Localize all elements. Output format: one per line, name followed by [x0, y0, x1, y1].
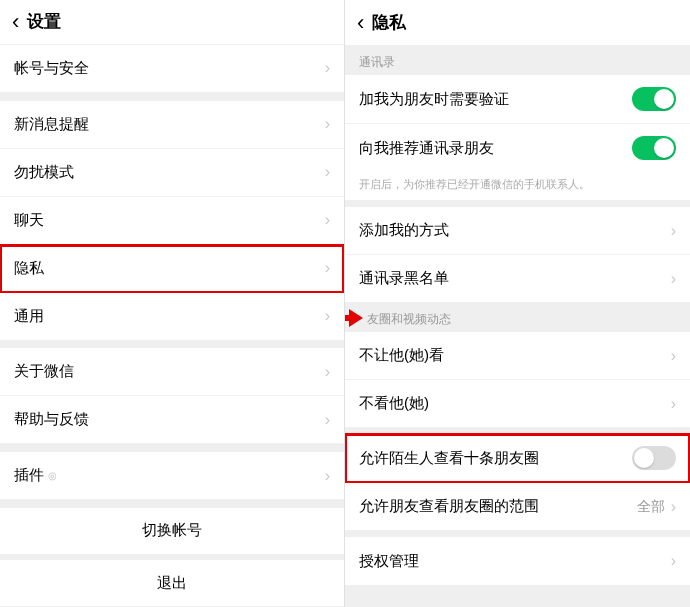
label-about: 关于微信: [14, 362, 74, 381]
label-help: 帮助与反馈: [14, 410, 89, 429]
label-switch-account: 切换帐号: [142, 521, 202, 540]
row-moments-scope[interactable]: 允许朋友查看朋友圈的范围 全部 ›: [345, 483, 690, 531]
label-new-message: 新消息提醒: [14, 115, 89, 134]
label-block-her: 不让他(她)看: [359, 346, 444, 365]
settings-title: 设置: [27, 10, 61, 33]
row-account-security[interactable]: 帐号与安全 ›: [0, 45, 344, 93]
row-dnd[interactable]: 勿扰模式 ›: [0, 149, 344, 197]
row-switch-account[interactable]: 切换帐号: [0, 508, 344, 555]
label-logout: 退出: [157, 574, 187, 593]
toggle-recommend-contacts[interactable]: [632, 136, 676, 160]
row-chat[interactable]: 聊天 ›: [0, 197, 344, 245]
chevron-right-icon: ›: [325, 363, 330, 381]
chevron-right-icon: ›: [671, 395, 676, 413]
value-moments-scope: 全部: [637, 498, 665, 516]
label-plugins: 插件 ◎: [14, 466, 57, 485]
privacy-pane: ‹ 隐私 通讯录 加我为朋友时需要验证 向我推荐通讯录朋友 开启后，为你推荐已经…: [345, 0, 690, 607]
chevron-right-icon: ›: [325, 259, 330, 277]
row-blacklist[interactable]: 通讯录黑名单 ›: [345, 255, 690, 303]
label-privacy: 隐私: [14, 259, 44, 278]
divider: [0, 500, 344, 508]
divider: [0, 93, 344, 101]
label-blacklist: 通讯录黑名单: [359, 269, 449, 288]
row-block-her[interactable]: 不让他(她)看 ›: [345, 332, 690, 380]
row-stranger-moments[interactable]: 允许陌生人查看十条朋友圈: [345, 434, 690, 483]
row-recommend-contacts[interactable]: 向我推荐通讯录朋友: [345, 124, 690, 172]
row-plugins[interactable]: 插件 ◎ ›: [0, 452, 344, 500]
chevron-right-icon: ›: [671, 222, 676, 240]
row-about[interactable]: 关于微信 ›: [0, 348, 344, 396]
row-help[interactable]: 帮助与反馈 ›: [0, 396, 344, 444]
chevron-right-icon: ›: [325, 411, 330, 429]
label-general: 通用: [14, 307, 44, 326]
back-icon[interactable]: ‹: [357, 10, 364, 36]
privacy-header: ‹ 隐私: [345, 0, 690, 46]
row-new-message[interactable]: 新消息提醒 ›: [0, 101, 344, 149]
chevron-right-icon: ›: [325, 163, 330, 181]
settings-pane: ‹ 设置 帐号与安全 › 新消息提醒 › 勿扰模式 › 聊天 › 隐私 › 通用…: [0, 0, 345, 607]
row-general[interactable]: 通用 ›: [0, 293, 344, 341]
row-friend-verify[interactable]: 加我为朋友时需要验证: [345, 75, 690, 124]
location-icon: ◎: [48, 470, 57, 481]
back-icon[interactable]: ‹: [12, 9, 19, 35]
label-dont-see: 不看他(她): [359, 394, 429, 413]
privacy-title: 隐私: [372, 11, 406, 34]
row-add-ways[interactable]: 添加我的方式 ›: [345, 207, 690, 255]
label-chat: 聊天: [14, 211, 44, 230]
label-dnd: 勿扰模式: [14, 163, 74, 182]
divider: [0, 341, 344, 349]
row-logout[interactable]: 退出: [0, 560, 344, 607]
row-auth-manage[interactable]: 授权管理 ›: [345, 537, 690, 585]
chevron-right-icon: ›: [671, 552, 676, 570]
label-auth-manage: 授权管理: [359, 552, 419, 571]
label-moments-scope: 允许朋友查看朋友圈的范围: [359, 497, 539, 516]
label-friend-verify: 加我为朋友时需要验证: [359, 90, 509, 109]
row-privacy[interactable]: 隐私 ›: [0, 245, 344, 293]
divider: [0, 444, 344, 452]
section-moments: 友圈和视频动态: [345, 303, 690, 332]
label-account-security: 帐号与安全: [14, 59, 89, 78]
label-stranger-moments: 允许陌生人查看十条朋友圈: [359, 449, 539, 468]
label-add-ways: 添加我的方式: [359, 221, 449, 240]
chevron-right-icon: ›: [325, 467, 330, 485]
chevron-right-icon: ›: [325, 307, 330, 325]
chevron-right-icon: ›: [671, 498, 676, 516]
settings-header: ‹ 设置: [0, 0, 344, 45]
chevron-right-icon: ›: [325, 115, 330, 133]
chevron-right-icon: ›: [671, 347, 676, 365]
label-recommend-contacts: 向我推荐通讯录朋友: [359, 139, 494, 158]
toggle-friend-verify[interactable]: [632, 87, 676, 111]
chevron-right-icon: ›: [671, 270, 676, 288]
toggle-stranger-moments[interactable]: [632, 446, 676, 470]
row-dont-see[interactable]: 不看他(她) ›: [345, 380, 690, 428]
chevron-right-icon: ›: [325, 59, 330, 77]
section-contacts: 通讯录: [345, 46, 690, 75]
recommend-subtext: 开启后，为你推荐已经开通微信的手机联系人。: [345, 171, 690, 201]
chevron-right-icon: ›: [325, 211, 330, 229]
